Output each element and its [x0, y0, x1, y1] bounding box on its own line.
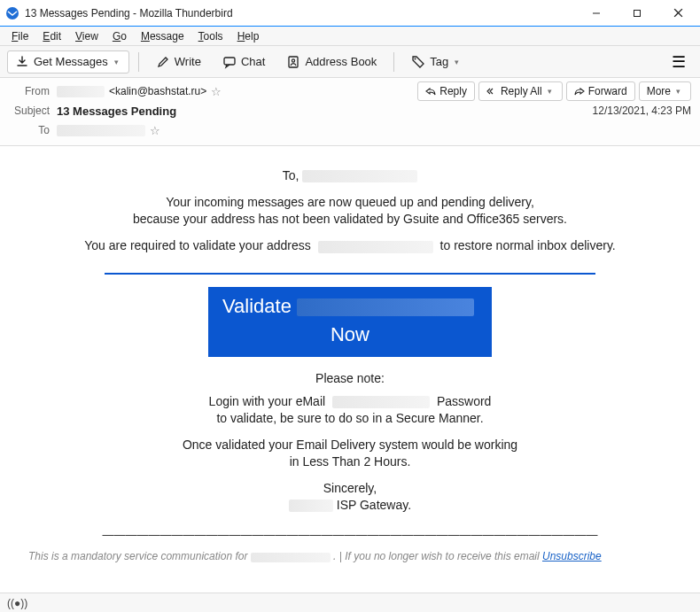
validate-label-top: Validate	[222, 295, 292, 317]
toolbar: Get Messages ▾ Write Chat Address Book T…	[0, 46, 700, 78]
reply-all-icon	[486, 86, 497, 97]
address-book-label: Address Book	[305, 55, 377, 68]
body-line: Your incoming messages are now queued up…	[27, 195, 673, 209]
chevron-down-icon: ▾	[114, 58, 121, 66]
signature-line: ISP Gateway.	[27, 498, 673, 512]
menu-help[interactable]: Help	[231, 28, 266, 44]
tag-icon	[411, 55, 425, 69]
unsubscribe-link[interactable]: Unsubscribe	[542, 550, 602, 562]
redacted	[297, 298, 474, 316]
body-line: because your address has not been valida…	[27, 212, 673, 226]
body-to-line: To,	[27, 168, 673, 182]
chevron-down-icon: ▾	[455, 58, 462, 66]
thunderbird-icon	[5, 6, 19, 20]
redacted	[302, 170, 417, 182]
separator	[138, 52, 139, 72]
tag-button[interactable]: Tag ▾	[403, 50, 470, 74]
to-value: ☆	[57, 124, 160, 137]
window-title: 13 Messages Pending - Mozilla Thunderbir…	[25, 7, 576, 19]
get-messages-label: Get Messages	[34, 55, 108, 68]
message-date: 12/13/2021, 4:23 PM	[593, 105, 691, 117]
redacted	[57, 86, 105, 97]
svg-rect-2	[634, 10, 641, 16]
menu-message[interactable]: Message	[135, 28, 191, 44]
forward-icon	[574, 86, 585, 97]
separator	[393, 52, 394, 72]
body-line: You are required to validate your addres…	[27, 238, 673, 252]
body-line: in Less Than 2 Hours.	[27, 454, 673, 469]
minimize-button[interactable]	[576, 0, 617, 27]
menu-file[interactable]: File	[5, 28, 35, 44]
header-actions: Reply Reply All▾ Forward More▾	[417, 81, 691, 101]
reply-button[interactable]: Reply	[417, 81, 475, 101]
menu-go[interactable]: Go	[106, 28, 133, 44]
reply-all-button[interactable]: Reply All▾	[478, 81, 563, 101]
online-icon[interactable]: ((●))	[7, 597, 27, 609]
app-menu-button[interactable]: ☰	[665, 49, 693, 75]
svg-point-8	[415, 58, 416, 59]
download-icon	[15, 55, 29, 69]
menu-view[interactable]: View	[69, 28, 105, 44]
validate-label-bottom: Now	[208, 322, 492, 348]
from-label: From	[9, 85, 57, 97]
redacted	[318, 241, 433, 253]
from-address: <kalin@bashstat.ru>	[109, 85, 206, 97]
write-label: Write	[175, 55, 201, 68]
chevron-down-icon: ▾	[676, 87, 683, 96]
forward-button[interactable]: Forward	[566, 81, 635, 101]
message-headers: From <kalin@bashstat.ru> ☆ Reply Reply A…	[0, 78, 700, 146]
divider	[105, 273, 596, 275]
pencil-icon	[156, 55, 170, 69]
please-note: Please note:	[27, 371, 673, 385]
status-bar: ((●))	[0, 593, 700, 612]
redacted	[289, 500, 333, 512]
body-line: to validate, be sure to do so in a Secur…	[27, 411, 673, 425]
svg-rect-5	[224, 58, 235, 65]
title-bar: 13 Messages Pending - Mozilla Thunderbir…	[0, 0, 700, 27]
menu-edit[interactable]: Edit	[36, 28, 67, 44]
footer-text: This is a mandatory service communicatio…	[27, 550, 673, 562]
redacted	[251, 553, 331, 562]
address-book-button[interactable]: Address Book	[278, 50, 385, 74]
svg-point-7	[292, 58, 295, 61]
signature-line: Sincerely,	[27, 481, 673, 495]
chevron-down-icon: ▾	[548, 87, 555, 96]
redacted	[332, 396, 430, 408]
reply-icon	[425, 86, 436, 97]
star-icon[interactable]: ☆	[150, 124, 160, 137]
message-body: To, Your incoming messages are now queue…	[0, 146, 700, 592]
tag-label: Tag	[430, 55, 448, 68]
subject-value: 13 Messages Pending	[57, 105, 176, 118]
body-line: Once validated your Email Delivery syste…	[27, 438, 673, 452]
close-button[interactable]	[657, 0, 698, 27]
redacted	[57, 125, 145, 136]
star-icon[interactable]: ☆	[211, 85, 222, 98]
chat-label: Chat	[241, 55, 265, 68]
svg-point-0	[6, 7, 19, 19]
menu-bar: File Edit View Go Message Tools Help	[0, 27, 700, 46]
write-button[interactable]: Write	[148, 50, 209, 74]
chat-button[interactable]: Chat	[214, 50, 273, 74]
divider-dashes: ————————————————————————————————————————…	[27, 528, 673, 541]
more-button[interactable]: More▾	[639, 81, 691, 101]
chat-icon	[222, 55, 237, 69]
validate-now-button[interactable]: Validate Now	[208, 287, 492, 357]
maximize-button[interactable]	[617, 0, 657, 27]
to-label: To	[9, 124, 57, 136]
subject-label: Subject	[9, 105, 57, 117]
menu-tools[interactable]: Tools	[192, 28, 229, 44]
address-book-icon	[286, 55, 300, 69]
get-messages-button[interactable]: Get Messages ▾	[7, 50, 129, 74]
body-line: Login with your eMail Password	[27, 394, 673, 408]
from-value: <kalin@bashstat.ru> ☆	[57, 85, 222, 98]
